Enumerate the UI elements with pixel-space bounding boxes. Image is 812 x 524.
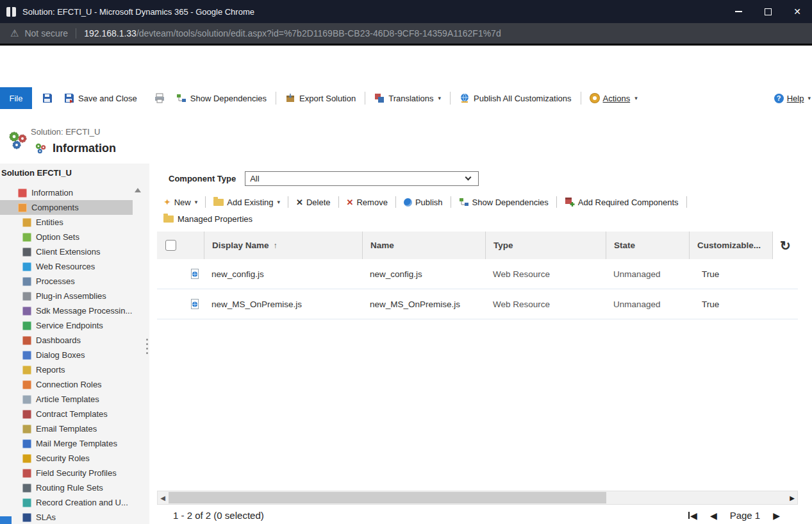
refresh-icon[interactable]: ↻: [780, 238, 791, 253]
first-page-icon[interactable]: ◀: [688, 511, 697, 521]
publish-button[interactable]: Publish: [404, 198, 443, 207]
save-and-close-button[interactable]: Save and Close: [64, 93, 137, 103]
window-title: Solution: EFCTI_U - Microsoft Dynamics 3…: [22, 7, 254, 17]
sidebar-item-label: Client Extensions: [36, 247, 100, 257]
sidebar-item-slas[interactable]: SLAs: [0, 510, 133, 524]
delete-button[interactable]: ✕ Delete: [296, 198, 330, 207]
table-row[interactable]: new_MS_OnPremise.js new_MS_OnPremise.js …: [157, 289, 798, 319]
sidebar-item-field-security-profiles[interactable]: Field Security Profiles: [0, 466, 133, 480]
dialog-boxes-icon: [22, 351, 31, 360]
table-row[interactable]: new_config.js new_config.js Web Resource…: [157, 259, 798, 289]
cell-display-name: new_MS_OnPremise.js: [204, 300, 362, 309]
translations-icon: [374, 93, 385, 103]
sidebar-item-record-creation[interactable]: Record Creation and U...: [0, 495, 133, 510]
window-controls: ✕: [724, 0, 812, 23]
sidebar-item-processes[interactable]: Processes: [0, 274, 133, 289]
components-grid: Display Name ↑ Name Type State Customiza…: [157, 232, 798, 319]
sidebar-item-routing-rule-sets[interactable]: Routing Rule Sets: [0, 480, 133, 495]
pane-resize-handle[interactable]: [146, 339, 148, 354]
sidebar-item-dashboards[interactable]: Dashboards: [0, 333, 133, 348]
sidebar-item-components[interactable]: Components: [0, 200, 133, 215]
bottom-left-accent: [0, 516, 12, 524]
help-button[interactable]: ? Help ▾: [774, 94, 811, 103]
sidebar-item-label: Web Resources: [36, 262, 95, 271]
column-header-state[interactable]: State: [606, 232, 689, 259]
sidebar-item-security-roles[interactable]: Security Roles: [0, 451, 133, 466]
column-header-display-name[interactable]: Display Name ↑: [204, 232, 362, 259]
minimize-icon: [735, 11, 742, 12]
new-button[interactable]: ✦ New ▾: [163, 197, 197, 207]
export-solution-button[interactable]: Export Solution: [285, 93, 356, 103]
toolbar-separator: [451, 196, 451, 208]
article-templates-icon: [22, 395, 31, 404]
titlebar: Solution: EFCTI_U - Microsoft Dynamics 3…: [0, 0, 812, 23]
sidebar-item-connection-roles[interactable]: Connection Roles: [0, 377, 133, 392]
solution-icon: [8, 130, 28, 151]
sidebar-scroll-up-icon[interactable]: [135, 188, 141, 192]
maximize-button[interactable]: [753, 0, 783, 23]
dynamics-app-icon: [6, 7, 16, 17]
add-existing-icon: [213, 199, 224, 206]
sidebar-item-reports[interactable]: Reports: [0, 362, 133, 377]
toolbar-separator: [581, 92, 581, 105]
cell-name: new_config.js: [362, 269, 485, 279]
select-all-checkbox[interactable]: [165, 240, 176, 251]
remove-button[interactable]: ✕ Remove: [347, 198, 388, 207]
information-icon: [18, 189, 27, 198]
sidebar-item-service-endpoints[interactable]: Service Endpoints: [0, 318, 133, 333]
toolbar-separator: [276, 92, 276, 105]
sidebar-item-sdk-message-processing[interactable]: Sdk Message Processin...: [0, 303, 133, 318]
not-secure-label: Not secure: [24, 28, 68, 38]
add-required-components-button[interactable]: Add Required Components: [565, 197, 679, 207]
column-header-name[interactable]: Name: [362, 232, 485, 259]
entities-icon: [22, 218, 31, 227]
sidebar-item-web-resources[interactable]: Web Resources: [0, 259, 133, 274]
add-existing-button[interactable]: Add Existing ▾: [213, 198, 280, 207]
address-bar[interactable]: ⚠ Not secure 192.168.1.33/devteam/tools/…: [0, 23, 812, 44]
cell-type: Web Resource: [485, 300, 606, 309]
sidebar-item-option-sets[interactable]: Option Sets: [0, 230, 133, 244]
components-icon: [18, 203, 27, 212]
sidebar-item-article-templates[interactable]: Article Templates: [0, 392, 133, 407]
sidebar-item-plugin-assemblies[interactable]: Plug-in Assemblies: [0, 289, 133, 303]
close-icon: ✕: [793, 7, 801, 16]
managed-properties-button[interactable]: Managed Properties: [158, 214, 253, 224]
url-text[interactable]: 192.168.1.33/devteam/tools/solution/edit…: [84, 28, 501, 38]
actions-gear-icon: [590, 94, 599, 103]
minimize-button[interactable]: [724, 0, 753, 23]
previous-page-icon[interactable]: ◀: [710, 511, 717, 521]
actions-button[interactable]: Actions ▾: [590, 94, 638, 103]
sidebar-item-client-extensions[interactable]: Client Extensions: [0, 244, 133, 259]
grid-show-dependencies-button[interactable]: Show Dependencies: [459, 197, 549, 207]
row-icon-cell: [157, 299, 204, 309]
not-secure-warning-icon[interactable]: ⚠: [10, 28, 19, 39]
column-header-customizable[interactable]: Customizable...: [689, 232, 772, 259]
translations-button[interactable]: Translations ▾: [374, 93, 441, 103]
print-button[interactable]: [154, 93, 165, 103]
grid-toolbar: ✦ New ▾ Add Existing ▾ ✕ Delete ✕ Remove: [158, 192, 690, 212]
solution-nav-sidebar: Solution EFCTI_U Information Components …: [0, 164, 149, 524]
sidebar-item-dialog-boxes[interactable]: Dialog Boxes: [0, 348, 133, 362]
next-page-icon[interactable]: ▶: [773, 511, 780, 521]
scroll-left-arrow-icon[interactable]: ◀: [158, 491, 168, 504]
show-dependencies-label: Show Dependencies: [472, 198, 549, 207]
web-resource-icon: [190, 269, 204, 279]
sidebar-item-contract-templates[interactable]: Contract Templates: [0, 407, 133, 421]
sidebar-item-mail-merge-templates[interactable]: Mail Merge Templates: [0, 436, 133, 451]
sidebar-item-email-templates[interactable]: Email Templates: [0, 421, 133, 436]
column-header-type[interactable]: Type: [485, 232, 606, 259]
save-and-close-icon: [64, 93, 74, 103]
scrollbar-thumb[interactable]: [169, 492, 606, 503]
close-button[interactable]: ✕: [783, 0, 812, 23]
show-dependencies-button[interactable]: Show Dependencies: [176, 93, 267, 103]
publish-all-customizations-button[interactable]: Publish All Customizations: [460, 93, 571, 103]
file-tab[interactable]: File: [0, 87, 32, 109]
sidebar-item-entities[interactable]: Entities: [0, 215, 133, 230]
horizontal-scrollbar[interactable]: ◀ ▶: [157, 491, 798, 505]
sidebar-item-label: Article Templates: [36, 394, 99, 404]
component-type-select[interactable]: All: [245, 171, 479, 186]
slas-icon: [22, 513, 31, 522]
sidebar-item-information[interactable]: Information: [0, 185, 133, 200]
save-button[interactable]: [42, 93, 53, 103]
scroll-right-arrow-icon[interactable]: ▶: [787, 491, 797, 504]
